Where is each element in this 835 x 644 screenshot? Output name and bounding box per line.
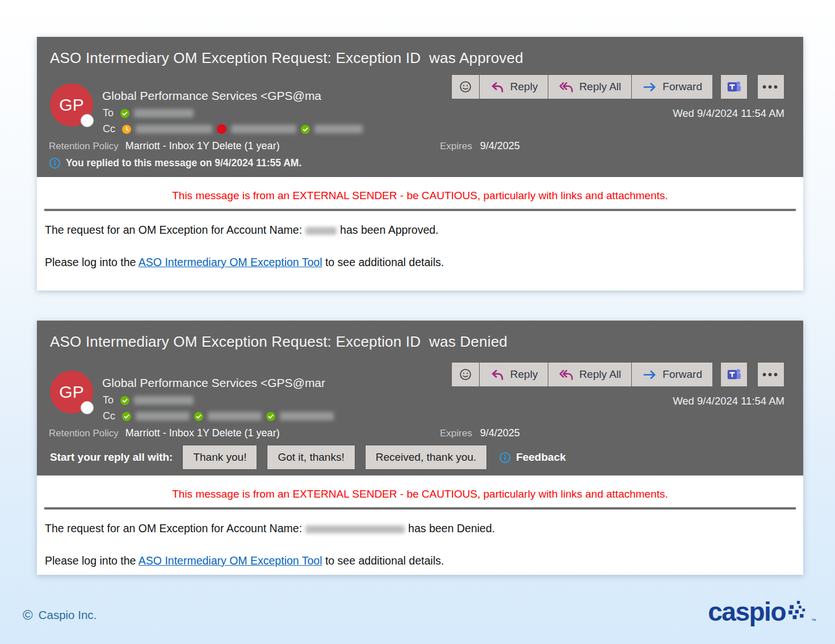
email-header: ASO Intermediary OM Exception Request: E… <box>37 37 803 177</box>
cc-recipients-row: Cc <box>103 410 334 422</box>
redacted-recipient <box>314 125 363 133</box>
presence-available-icon <box>266 412 275 421</box>
suggested-reply-button[interactable]: Received, thank you. <box>365 445 487 470</box>
reply-button[interactable]: Reply <box>479 74 549 99</box>
retention-policy-row: Retention PolicyMarriott - Inbox 1Y Dele… <box>49 140 280 152</box>
smiley-icon <box>458 79 473 94</box>
to-label: To <box>103 107 114 119</box>
exception-tool-link[interactable]: ASO Intermediary OM Exception Tool <box>139 554 322 567</box>
presence-unknown-icon <box>81 401 94 414</box>
trademark-symbol: ™ <box>811 618 816 624</box>
retention-policy-row: Retention PolicyMarriott - Inbox 1Y Dele… <box>49 427 280 439</box>
divider <box>44 209 796 211</box>
divider <box>44 507 796 510</box>
retention-policy-label: Retention Policy <box>49 428 119 439</box>
redacted-recipient <box>231 125 296 133</box>
suggested-reply-button[interactable]: Got it, thanks! <box>267 445 355 470</box>
expires-row: Expires9/4/2025 <box>440 140 520 152</box>
to-label: To <box>103 394 114 406</box>
sender-avatar: GP <box>50 83 93 127</box>
reply-all-button-label: Reply All <box>579 368 621 381</box>
share-to-teams-button[interactable] <box>720 362 748 387</box>
email-toolbar: Reply Reply All Forward <box>451 362 784 387</box>
reply-all-button[interactable]: Reply All <box>548 74 632 99</box>
more-actions-button[interactable]: ••• <box>757 74 784 99</box>
emoji-reactions-button[interactable] <box>451 362 480 387</box>
body-line2: Please log into the ASO Intermediary OM … <box>45 256 795 269</box>
email-card-approved: ASO Intermediary OM Exception Request: E… <box>37 37 803 291</box>
redacted-recipient <box>134 396 194 405</box>
redacted-account-name <box>305 227 337 235</box>
reply-arrow-icon <box>490 367 505 382</box>
to-recipients-row: To <box>103 394 194 406</box>
email-body: This message is from an EXTERNAL SENDER … <box>37 475 803 575</box>
retention-policy-value: Marriott - Inbox 1Y Delete (1 year) <box>125 140 280 151</box>
reply-all-arrow-icon <box>559 79 574 95</box>
sender-name: Global Performance Services <GPS@mar <box>102 376 325 390</box>
avatar-initials: GP <box>59 382 83 402</box>
cc-label: Cc <box>103 410 115 422</box>
cc-recipients-row: Cc <box>103 123 363 135</box>
redacted-recipient <box>134 109 194 117</box>
presence-available-icon <box>194 412 203 421</box>
forward-button-label: Forward <box>662 81 702 93</box>
sender-avatar: GP <box>50 371 93 414</box>
copyright-icon: © <box>23 608 33 622</box>
reply-button-label: Reply <box>510 81 538 93</box>
caspio-logo-text: caspio <box>708 600 786 624</box>
body-line2-prefix: Please log into the <box>45 256 139 268</box>
retention-policy-value: Marriott - Inbox 1Y Delete (1 year) <box>125 427 280 439</box>
more-actions-button[interactable]: ••• <box>757 362 784 387</box>
body-line1-suffix: has been Denied. <box>408 522 495 534</box>
suggested-replies-row: Start your reply all with: Thank you! Go… <box>50 445 566 470</box>
presence-busy-icon <box>217 124 226 134</box>
presence-unknown-icon <box>81 114 94 127</box>
emoji-reactions-button[interactable] <box>451 74 480 99</box>
reply-button[interactable]: Reply <box>479 362 549 387</box>
email-body: This message is from an EXTERNAL SENDER … <box>37 177 803 291</box>
redacted-recipient <box>136 125 212 133</box>
body-line2-suffix: to see additional details. <box>322 256 444 268</box>
email-subject: ASO Intermediary OM Exception Request: E… <box>50 333 507 351</box>
ellipsis-icon: ••• <box>762 369 779 380</box>
presence-available-icon <box>301 125 310 134</box>
teams-icon <box>725 366 742 383</box>
feedback-link[interactable]: Feedback <box>499 451 566 464</box>
smiley-icon <box>458 367 473 382</box>
reply-all-button[interactable]: Reply All <box>548 362 632 387</box>
expires-label: Expires <box>440 141 472 151</box>
reply-all-button-label: Reply All <box>579 81 621 93</box>
forward-arrow-icon <box>642 367 657 382</box>
to-recipients-row: To <box>103 107 194 119</box>
exception-tool-link[interactable]: ASO Intermediary OM Exception Tool <box>139 256 322 268</box>
body-line1: The request for an OM Exception for Acco… <box>45 522 795 535</box>
footer-copyright: © Caspio Inc. <box>23 608 96 622</box>
redacted-recipient <box>208 412 262 420</box>
suggested-replies-label: Start your reply all with: <box>50 451 173 464</box>
share-to-teams-button[interactable] <box>720 74 748 99</box>
feedback-label: Feedback <box>516 451 566 464</box>
email-subject: ASO Intermediary OM Exception Request: E… <box>50 49 523 67</box>
presence-available-icon <box>120 109 129 118</box>
retention-policy-label: Retention Policy <box>49 141 119 151</box>
external-sender-warning: This message is from an EXTERNAL SENDER … <box>44 488 796 500</box>
reply-arrow-icon <box>490 79 505 95</box>
body-line1: The request for an OM Exception for Acco… <box>45 224 795 237</box>
cc-label: Cc <box>103 123 115 135</box>
toolbar-spacer <box>748 74 757 99</box>
replied-banner: You replied to this message on 9/4/2024 … <box>49 157 301 169</box>
email-card-denied: ASO Intermediary OM Exception Request: E… <box>37 321 803 575</box>
suggested-reply-button[interactable]: Thank you! <box>182 445 257 470</box>
ellipsis-icon: ••• <box>762 81 779 92</box>
avatar-initials: GP <box>59 95 83 115</box>
presence-available-icon <box>122 412 131 421</box>
email-date: Wed 9/4/2024 11:54 AM <box>673 107 784 120</box>
footer-copyright-text: Caspio Inc. <box>39 608 97 622</box>
email-date: Wed 9/4/2024 11:54 AM <box>673 395 784 407</box>
forward-arrow-icon <box>642 79 657 95</box>
forward-button[interactable]: Forward <box>631 74 713 99</box>
forward-button[interactable]: Forward <box>631 362 713 387</box>
expires-label: Expires <box>440 428 472 439</box>
body-line1-prefix: The request for an OM Exception for Acco… <box>45 224 302 236</box>
external-sender-warning: This message is from an EXTERNAL SENDER … <box>44 190 796 202</box>
